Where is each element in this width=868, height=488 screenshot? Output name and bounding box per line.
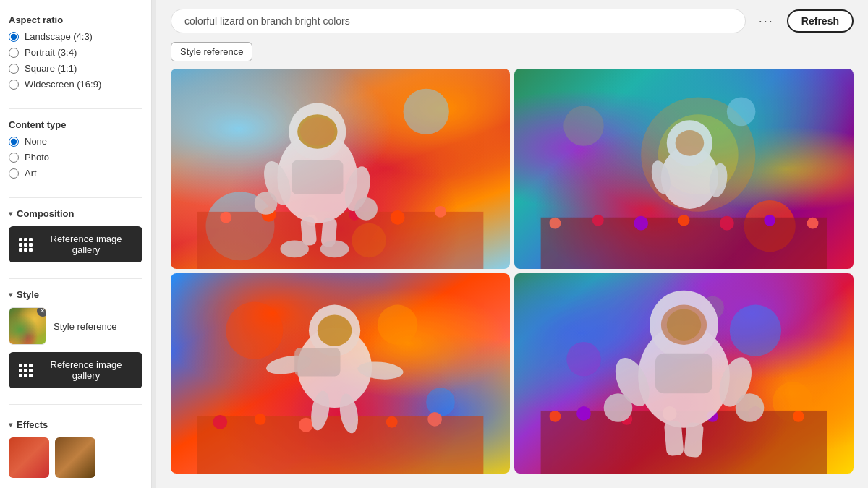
divider-4 [9,404,142,405]
style-reference-item: ✕ Style reference [9,307,142,345]
content-type-section: Content type None Photo Art [9,116,142,190]
effects-chevron: ▾ [9,421,12,429]
content-type-none-label: None [25,136,47,147]
aspect-ratio-square[interactable]: Square (1:1) [9,63,142,74]
svg-point-34 [764,215,775,226]
svg-point-4 [220,212,231,223]
image-cell-1[interactable] [171,69,510,269]
style-reference-tag[interactable]: Style reference [171,42,252,61]
svg-rect-44 [197,416,484,474]
svg-point-77 [604,393,633,422]
aspect-ratio-widescreen[interactable]: Widescreen (16:9) [9,79,142,90]
svg-point-49 [386,416,398,428]
grid-icon [19,238,33,252]
style-reference-tag-label: Style reference [180,46,243,57]
content-type-photo[interactable]: Photo [9,152,142,163]
svg-point-13 [300,117,334,146]
style-header[interactable]: ▾ Style [9,289,142,300]
svg-rect-3 [197,212,484,269]
svg-point-29 [550,218,561,229]
refresh-button[interactable]: Refresh [787,9,854,33]
image-cell-4[interactable] [514,273,854,474]
astronaut-svg-4 [514,273,854,474]
divider-3 [9,278,142,279]
svg-point-43 [426,388,455,416]
content-type-title: Content type [9,119,142,130]
svg-point-50 [427,412,442,427]
aspect-ratio-landscape[interactable]: Landscape (4:3) [9,31,142,42]
composition-gallery-label: Reference image gallery [40,234,132,255]
composition-header[interactable]: ▾ Composition [9,208,142,219]
svg-point-32 [678,215,690,226]
svg-point-17 [354,197,378,221]
aspect-ratio-title: Aspect ratio [9,14,142,25]
svg-point-27 [727,98,756,127]
style-reference-label: Style reference [54,321,116,332]
main-area: ··· Refresh Style reference [156,0,868,488]
svg-point-1 [404,89,449,134]
svg-point-41 [226,302,283,359]
refresh-label: Refresh [801,15,839,27]
svg-point-47 [299,418,313,432]
content-type-art-label: Art [25,168,37,179]
svg-rect-79 [655,354,712,393]
effects-thumbs [9,437,142,478]
svg-point-33 [720,216,734,231]
aspect-ratio-portrait[interactable]: Portrait (3:4) [9,47,142,58]
content-type-art[interactable]: Art [9,168,142,179]
svg-rect-81 [684,422,704,458]
image-grid [156,69,868,488]
svg-rect-18 [300,216,317,246]
svg-point-31 [634,216,648,231]
style-grid-icon [19,364,33,377]
astronaut-svg-1 [171,69,510,269]
aspect-ratio-square-label: Square (1:1) [25,63,77,74]
astronaut-svg-2 [514,69,854,269]
svg-point-53 [318,314,352,346]
style-ref-tag-area: Style reference [156,42,868,69]
composition-chevron: ▾ [9,210,12,218]
toolbar: ··· Refresh [156,0,868,42]
svg-point-74 [667,309,701,341]
content-type-none[interactable]: None [9,136,142,147]
svg-point-21 [320,240,349,257]
style-thumb[interactable]: ✕ [9,307,46,345]
more-options-button[interactable]: ··· [753,11,780,32]
image-cell-2[interactable] [514,69,854,269]
effects-header[interactable]: ▾ Effects [9,419,142,430]
astronaut-svg-3 [171,273,510,474]
composition-title: Composition [17,208,74,219]
style-thumb-close-button[interactable]: ✕ [37,307,46,317]
svg-point-45 [213,415,227,429]
svg-point-59 [730,305,781,356]
composition-section: ▾ Composition Reference image gallery [9,205,142,271]
composition-gallery-button[interactable]: Reference image gallery [9,226,142,262]
style-chevron: ▾ [9,291,12,299]
svg-point-20 [280,240,309,257]
svg-point-38 [676,130,705,156]
sidebar: Aspect ratio Landscape (4:3) Portrait (3… [0,0,152,488]
svg-point-42 [378,305,417,345]
svg-point-16 [255,192,278,215]
svg-point-46 [255,414,266,425]
image-cell-3[interactable] [171,273,510,474]
svg-point-60 [566,342,600,376]
search-input[interactable] [171,9,746,33]
svg-rect-58 [294,348,340,377]
effects-section: ▾ Effects [9,416,142,478]
effect-thumb-2[interactable] [55,437,95,478]
effect-thumb-1[interactable] [9,437,49,478]
svg-point-64 [550,411,561,422]
svg-point-70 [793,411,804,422]
style-title: Style [17,289,39,300]
svg-point-25 [563,106,603,145]
svg-point-8 [391,210,405,225]
content-type-group: None Photo Art [9,136,142,179]
aspect-ratio-widescreen-label: Widescreen (16:9) [25,79,101,90]
aspect-ratio-section: Aspect ratio Landscape (4:3) Portrait (3… [9,12,142,101]
style-gallery-button[interactable]: Reference image gallery [9,352,142,388]
aspect-ratio-portrait-label: Portrait (3:4) [25,47,77,58]
content-type-photo-label: Photo [25,152,49,163]
style-gallery-label: Reference image gallery [40,359,132,381]
svg-point-30 [592,215,604,226]
